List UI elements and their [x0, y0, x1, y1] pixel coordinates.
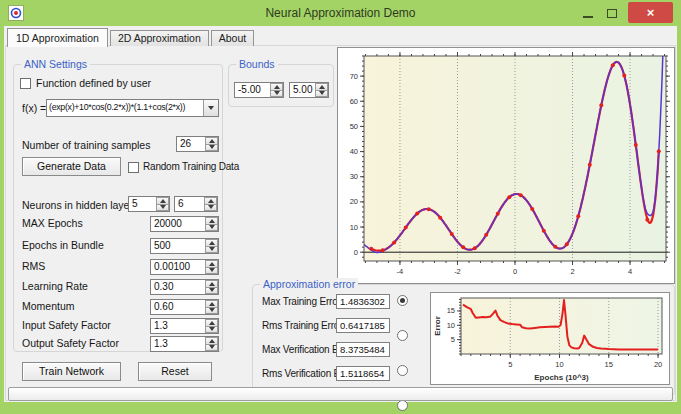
- app-window: Neural Approximation Demo × 1D Approxima…: [0, 0, 681, 414]
- max-training-error-value[interactable]: 1.4836302: [336, 294, 390, 309]
- rms-value[interactable]: 0.00100: [151, 260, 205, 274]
- spin-up-button[interactable]: [205, 280, 218, 288]
- svg-text:10: 10: [555, 360, 563, 369]
- neurons-layer1-spinner[interactable]: 5: [128, 196, 170, 212]
- spin-up-button[interactable]: [156, 197, 169, 205]
- bound-min-spinner[interactable]: -5.00: [234, 82, 284, 98]
- function-combobox[interactable]: (exp(x)+10*cos(0.2*x))*(1.1+cos(2*x)): [46, 99, 219, 117]
- svg-text:15: 15: [605, 360, 613, 369]
- spin-up-icon: [319, 85, 325, 89]
- rms-label: RMS: [22, 260, 45, 272]
- training-samples-value[interactable]: 26: [177, 137, 205, 151]
- spin-up-icon: [209, 241, 215, 245]
- spin-down-icon: [160, 205, 166, 209]
- spin-up-icon: [209, 302, 215, 306]
- spin-up-icon: [209, 321, 215, 325]
- input-safety-factor-spinner[interactable]: 1.3: [150, 318, 219, 334]
- input-safety-factor-label: Input Safety Factor: [22, 319, 111, 331]
- output-safety-factor-spinner[interactable]: 1.3: [150, 336, 219, 352]
- epochs-in-bundle-spinner[interactable]: 500: [150, 238, 219, 254]
- momentum-label: Momentum: [22, 300, 75, 312]
- spin-down-button[interactable]: [156, 205, 169, 212]
- learning-rate-label: Learning Rate: [22, 280, 88, 292]
- dropdown-button[interactable]: [203, 100, 218, 116]
- spin-up-button[interactable]: [205, 137, 218, 145]
- spin-down-icon: [209, 247, 215, 251]
- close-button[interactable]: ×: [628, 2, 673, 23]
- rms-verification-error-radio[interactable]: [397, 400, 408, 411]
- spin-up-button[interactable]: [205, 319, 218, 327]
- svg-text:30: 30: [350, 172, 358, 181]
- maximize-button[interactable]: [602, 4, 622, 22]
- spin-up-button[interactable]: [205, 239, 218, 247]
- spin-up-button[interactable]: [204, 197, 217, 205]
- spin-down-button[interactable]: [315, 91, 328, 98]
- max-epochs-value[interactable]: 20000: [151, 217, 205, 231]
- spin-down-button[interactable]: [205, 345, 218, 352]
- epochs-in-bundle-value[interactable]: 500: [151, 239, 205, 253]
- input-safety-factor-value[interactable]: 1.3: [151, 319, 205, 333]
- random-training-data-checkbox[interactable]: [128, 162, 139, 173]
- rms-verification-error-value[interactable]: 1.5118654: [336, 366, 390, 381]
- function-defined-by-user-checkbox[interactable]: [20, 78, 31, 89]
- max-epochs-label: MAX Epochs: [22, 217, 83, 229]
- bound-max-value[interactable]: 5.00: [290, 83, 315, 97]
- rms-spinner[interactable]: 0.00100: [150, 259, 219, 275]
- momentum-value[interactable]: 0.60: [151, 300, 205, 314]
- bound-max-spinner[interactable]: 5.00: [289, 82, 329, 98]
- spin-down-icon: [209, 345, 215, 349]
- spin-up-button[interactable]: [205, 260, 218, 268]
- bound-min-value[interactable]: -5.00: [235, 83, 270, 97]
- rms-training-error-radio[interactable]: [397, 330, 408, 341]
- fx-label: f(x) =: [22, 102, 46, 114]
- spin-up-button[interactable]: [205, 217, 218, 225]
- spin-down-button[interactable]: [270, 91, 283, 98]
- tab-bar: 1D Approximation 2D Approximation About: [7, 28, 254, 46]
- max-verification-error-radio[interactable]: [397, 365, 408, 376]
- learning-rate-value[interactable]: 0.30: [151, 280, 205, 294]
- spin-down-button[interactable]: [204, 205, 217, 212]
- learning-rate-spinner[interactable]: 0.30: [150, 279, 219, 295]
- spin-up-button[interactable]: [270, 83, 283, 91]
- reset-button[interactable]: Reset: [138, 362, 212, 381]
- bounds-title: Bounds: [236, 58, 278, 70]
- svg-text:20: 20: [350, 197, 358, 206]
- momentum-spinner[interactable]: 0.60: [150, 299, 219, 315]
- spin-down-icon: [208, 205, 214, 209]
- spin-down-button[interactable]: [205, 247, 218, 254]
- spin-up-button[interactable]: [205, 300, 218, 308]
- generate-data-button[interactable]: Generate Data: [22, 157, 121, 176]
- minimize-button[interactable]: [578, 4, 598, 22]
- max-training-error-radio[interactable]: [397, 295, 408, 306]
- spin-up-icon: [209, 139, 215, 143]
- minimize-icon: [583, 16, 593, 18]
- approximation-chart-panel: -4-2024010203040506070: [337, 47, 675, 284]
- max-epochs-spinner[interactable]: 20000: [150, 216, 219, 232]
- neurons-layer1-value[interactable]: 5: [129, 197, 156, 211]
- train-network-button[interactable]: Train Network: [22, 362, 121, 381]
- spin-up-icon: [209, 339, 215, 343]
- spin-up-button[interactable]: [205, 337, 218, 345]
- neurons-layer2-value[interactable]: 6: [175, 197, 204, 211]
- spin-down-button[interactable]: [205, 288, 218, 295]
- neurons-layer2-spinner[interactable]: 6: [174, 196, 218, 212]
- spin-down-button[interactable]: [205, 268, 218, 275]
- spin-down-button[interactable]: [205, 308, 218, 315]
- function-defined-by-user-label: Function defined by user: [36, 77, 151, 89]
- spin-up-icon: [160, 199, 166, 203]
- svg-text:5: 5: [508, 360, 512, 369]
- spin-down-button[interactable]: [205, 327, 218, 334]
- rms-training-error-value[interactable]: 0.6417185: [336, 318, 390, 333]
- spin-up-button[interactable]: [315, 83, 328, 91]
- tab-1d-approximation[interactable]: 1D Approximation: [7, 28, 108, 47]
- max-verification-error-value[interactable]: 8.3735484: [336, 342, 390, 357]
- y-axis-label: Error: [433, 316, 442, 336]
- epochs-in-bundle-label: Epochs in Bundle: [22, 239, 104, 251]
- spin-up-icon: [209, 219, 215, 223]
- tab-about[interactable]: About: [211, 30, 254, 46]
- output-safety-factor-value[interactable]: 1.3: [151, 337, 205, 351]
- spin-down-button[interactable]: [205, 225, 218, 232]
- training-samples-spinner[interactable]: 26: [176, 136, 219, 152]
- spin-down-button[interactable]: [205, 145, 218, 152]
- tab-2d-approximation[interactable]: 2D Approximation: [110, 30, 209, 46]
